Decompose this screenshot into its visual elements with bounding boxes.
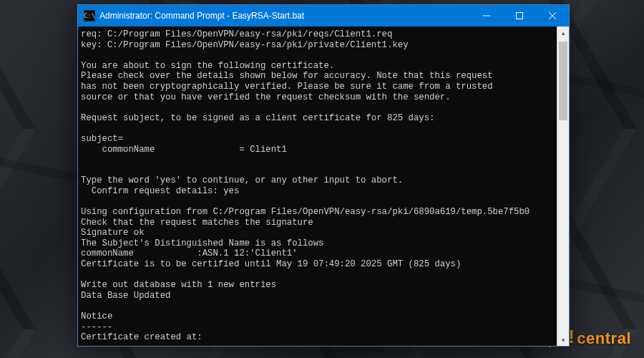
vertical-scrollbar[interactable]: ▴ ▾ bbox=[557, 26, 569, 346]
scroll-down-button[interactable]: ▾ bbox=[557, 334, 569, 346]
maximize-icon bbox=[516, 12, 523, 19]
minimize-icon bbox=[483, 12, 490, 19]
window-title: Administrator: Command Prompt - EasyRSA-… bbox=[99, 11, 304, 21]
close-button[interactable] bbox=[536, 5, 569, 26]
chevron-up-icon: ▴ bbox=[562, 29, 565, 37]
svg-rect-0 bbox=[517, 13, 523, 19]
close-icon bbox=[549, 12, 556, 19]
scroll-thumb[interactable] bbox=[559, 42, 567, 120]
watermark-accent: central bbox=[577, 329, 631, 348]
scroll-up-button[interactable]: ▴ bbox=[557, 26, 569, 39]
minimize-button[interactable] bbox=[470, 5, 503, 26]
cmd-icon: C:\ bbox=[84, 10, 95, 21]
maximize-button[interactable] bbox=[503, 5, 536, 26]
terminal-output[interactable]: req: C:/Program Files/OpenVPN/easy-rsa/p… bbox=[78, 26, 557, 346]
command-prompt-window: C:\ Administrator: Command Prompt - Easy… bbox=[77, 4, 570, 347]
client-area: req: C:/Program Files/OpenVPN/easy-rsa/p… bbox=[78, 26, 569, 346]
titlebar[interactable]: C:\ Administrator: Command Prompt - Easy… bbox=[78, 5, 569, 26]
scroll-track[interactable] bbox=[557, 39, 569, 334]
chevron-down-icon: ▾ bbox=[562, 337, 565, 344]
